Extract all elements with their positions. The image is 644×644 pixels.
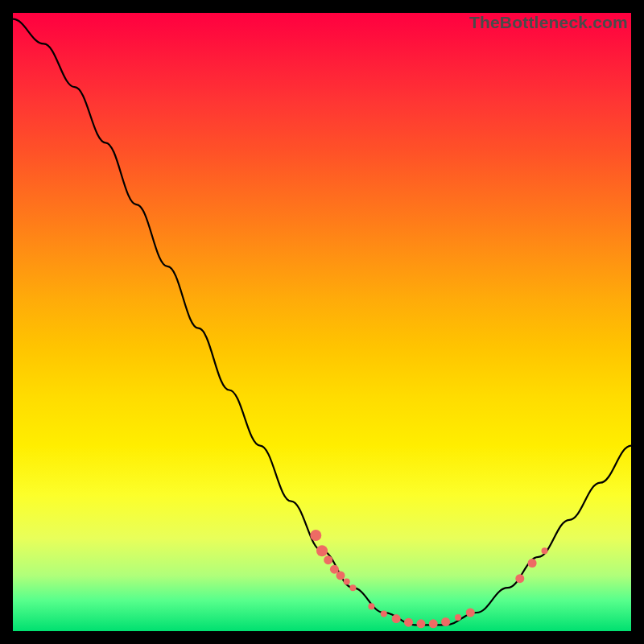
gradient-background: [13, 13, 631, 631]
chart-frame: TheBottleneck.com: [13, 13, 631, 631]
watermark-text: TheBottleneck.com: [469, 13, 628, 32]
plot-area: TheBottleneck.com: [13, 13, 631, 631]
